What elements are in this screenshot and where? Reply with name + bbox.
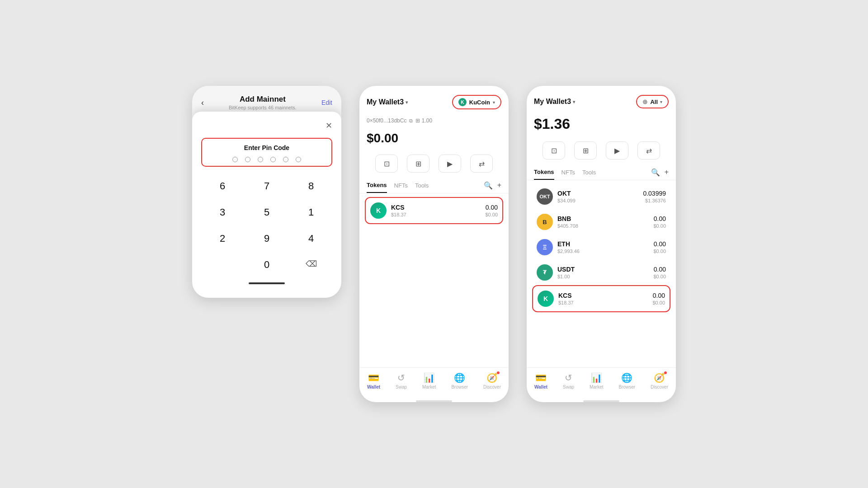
header-title-block: Add Mainnet BitKeep supports 46 mainnets… xyxy=(204,95,321,110)
usdt-token-info: USDT $1.00 xyxy=(557,266,649,279)
discover-nav-icon: 🧭 xyxy=(486,372,498,383)
bnb-amount: 0.00 xyxy=(653,215,666,222)
okt-value: $1.36376 xyxy=(643,198,666,203)
nav-wallet-3[interactable]: 💳 Wallet xyxy=(534,372,547,389)
okt-token-icon: OKT xyxy=(537,188,553,205)
key-0[interactable]: 0 xyxy=(245,253,288,277)
token-item-kcs-3[interactable]: K KCS $18.37 0.00 $0.00 xyxy=(532,285,670,312)
nav-swap[interactable]: ↺ Swap xyxy=(396,372,407,389)
kcs-value-3: $0.00 xyxy=(652,300,665,305)
nav-market-3[interactable]: 📊 Market xyxy=(590,372,604,389)
bottom-nav-screen2: 💳 Wallet ↺ Swap 📊 Market 🌐 Browser 🧭 Dis… xyxy=(359,367,509,399)
wallet-name-label-3: My Wallet3 xyxy=(534,98,571,106)
bnb-token-amounts: 0.00 $0.00 xyxy=(653,215,666,229)
key-6[interactable]: 6 xyxy=(201,174,244,198)
edit-button[interactable]: Edit xyxy=(321,99,332,106)
kcs-token-name: KCS xyxy=(391,204,481,211)
key-delete[interactable]: ⌫ xyxy=(290,253,332,277)
nav-wallet[interactable]: 💳 Wallet xyxy=(367,372,380,389)
kcs-token-price: $18.37 xyxy=(391,212,481,217)
kcs-token-price-3: $18.37 xyxy=(558,300,648,305)
key-9[interactable]: 9 xyxy=(245,226,288,251)
eth-token-icon: Ξ xyxy=(537,239,553,255)
swap-action-button-3[interactable]: ⇄ xyxy=(637,141,660,160)
token-item-usdt[interactable]: ₮ USDT $1.00 0.00 $0.00 xyxy=(532,260,670,285)
all-network-selector[interactable]: ⊕ All ▾ xyxy=(636,95,669,108)
key-1[interactable]: 1 xyxy=(290,200,332,225)
pin-dots-row xyxy=(209,157,324,162)
all-network-icon: ⊕ xyxy=(642,98,648,105)
bnb-value: $0.00 xyxy=(653,223,666,229)
key-7[interactable]: 7 xyxy=(245,174,288,198)
nav-discover-label: Discover xyxy=(483,385,501,389)
wallet-name-dropdown[interactable]: My Wallet3 ▾ xyxy=(367,98,408,106)
add-token-button[interactable]: + xyxy=(497,181,501,190)
home-indicator xyxy=(249,282,285,284)
eth-token-info: ETH $2,993.46 xyxy=(557,240,649,254)
nav-browser-label-3: Browser xyxy=(618,385,635,389)
send-button[interactable]: ▶ xyxy=(439,155,461,173)
search-tokens-button-3[interactable]: 🔍 xyxy=(651,168,660,177)
kcs-token-icon: K xyxy=(370,202,387,219)
nav-swap-label-3: Swap xyxy=(563,385,574,389)
key-5[interactable]: 5 xyxy=(245,200,288,225)
nav-discover[interactable]: 🧭 Discover xyxy=(483,372,501,389)
home-indicator-2 xyxy=(416,400,452,402)
nav-market[interactable]: 📊 Market xyxy=(422,372,436,389)
nav-discover-3[interactable]: 🧭 Discover xyxy=(651,372,668,389)
eth-token-amounts: 0.00 $0.00 xyxy=(653,240,666,254)
key-4[interactable]: 4 xyxy=(290,226,332,251)
key-8[interactable]: 8 xyxy=(290,174,332,198)
nav-browser-3[interactable]: 🌐 Browser xyxy=(618,372,635,389)
token-item-eth[interactable]: Ξ ETH $2,993.46 0.00 $0.00 xyxy=(532,235,670,260)
nav-market-label: Market xyxy=(422,385,436,389)
qr-button[interactable]: ⊞ xyxy=(407,155,429,173)
token-item-bnb[interactable]: B BNB $405.708 0.00 $0.00 xyxy=(532,209,670,235)
scan-button-3[interactable]: ⊡ xyxy=(542,141,565,160)
pin-header: ✕ xyxy=(201,121,332,131)
screen-all-wallet: My Wallet3 ▾ ⊕ All ▾ $1.36 ⊡ ⊞ ▶ ⇄ Token… xyxy=(527,86,676,402)
nav-browser[interactable]: 🌐 Browser xyxy=(451,372,468,389)
send-button-3[interactable]: ▶ xyxy=(606,141,628,160)
qr-button-3[interactable]: ⊞ xyxy=(574,141,597,160)
usdt-token-amounts: 0.00 $0.00 xyxy=(653,266,666,279)
search-tokens-button[interactable]: 🔍 xyxy=(484,181,493,190)
key-3[interactable]: 3 xyxy=(201,200,244,225)
swap-action-button[interactable]: ⇄ xyxy=(470,155,493,173)
tab-tokens-3[interactable]: Tokens xyxy=(534,165,554,180)
kcs-token-name-3: KCS xyxy=(558,292,648,299)
tab-nfts[interactable]: NFTs xyxy=(394,178,408,192)
nav-swap-3[interactable]: ↺ Swap xyxy=(563,372,574,389)
kcs-token-amounts-3: 0.00 $0.00 xyxy=(652,292,665,305)
tab-tools[interactable]: Tools xyxy=(415,178,429,192)
kcs-amount: 0.00 xyxy=(485,204,498,211)
home-indicator-3 xyxy=(583,400,619,402)
screen-kucoin-wallet: My Wallet3 ▾ K KuCoin ▾ 0×50f0...13dbCc … xyxy=(359,86,509,402)
nav-swap-label: Swap xyxy=(396,385,407,389)
action-buttons-row-3: ⊡ ⊞ ▶ ⇄ xyxy=(527,138,676,165)
wallet-name-dropdown-3[interactable]: My Wallet3 ▾ xyxy=(534,98,575,106)
tab-tokens[interactable]: Tokens xyxy=(367,178,387,193)
network-selector-kucoin[interactable]: K KuCoin ▾ xyxy=(452,95,501,109)
token-item-kcs[interactable]: K KCS $18.37 0.00 $0.00 xyxy=(365,197,503,224)
nav-wallet-label-3: Wallet xyxy=(534,385,547,389)
tabs-row-3: Tokens NFTs Tools 🔍 + xyxy=(527,165,676,180)
key-2[interactable]: 2 xyxy=(201,226,244,251)
scan-button[interactable]: ⊡ xyxy=(375,155,398,173)
screen-add-mainnet: ‹ Add Mainnet BitKeep supports 46 mainne… xyxy=(192,86,341,298)
keypad: 6 7 8 3 5 1 2 9 4 0 ⌫ xyxy=(201,174,332,277)
nav-market-label-3: Market xyxy=(590,385,604,389)
tab-tools-3[interactable]: Tools xyxy=(582,165,596,179)
pin-dot-6 xyxy=(296,157,301,162)
bottom-nav-screen3: 💳 Wallet ↺ Swap 📊 Market 🌐 Browser 🧭 Dis… xyxy=(527,367,676,399)
kcs-token-amounts: 0.00 $0.00 xyxy=(485,204,498,217)
market-nav-icon: 📊 xyxy=(424,372,435,383)
tab-nfts-3[interactable]: NFTs xyxy=(561,165,575,179)
network-dropdown-arrow: ▾ xyxy=(493,100,495,105)
pin-close-button[interactable]: ✕ xyxy=(326,121,332,131)
pin-dot-2 xyxy=(245,157,250,162)
copy-address-button[interactable]: ⧉ xyxy=(409,118,413,124)
token-item-okt[interactable]: OKT OKT $34.099 0.03999 $1.36376 xyxy=(532,184,670,209)
add-token-button-3[interactable]: + xyxy=(665,168,669,177)
discover-nav-icon-3: 🧭 xyxy=(654,372,665,383)
